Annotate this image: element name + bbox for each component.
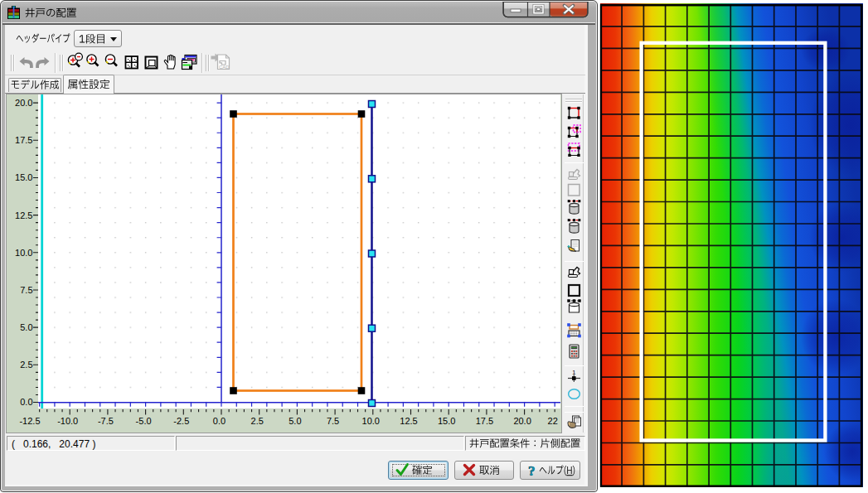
svg-text:7.5: 7.5 <box>327 416 339 426</box>
svg-text:5.0: 5.0 <box>289 416 301 426</box>
svg-text:20.0: 20.0 <box>513 416 531 426</box>
svg-text:-2.5: -2.5 <box>173 416 189 426</box>
svg-text:CAD: CAD <box>219 65 230 70</box>
svg-text:20.0: 20.0 <box>15 98 32 108</box>
svg-text:-12.5: -12.5 <box>19 416 40 426</box>
svg-text:2.5: 2.5 <box>20 360 32 370</box>
svg-text:5.0: 5.0 <box>20 322 32 332</box>
svg-text:-5.0: -5.0 <box>136 416 152 426</box>
svg-text:0.0: 0.0 <box>20 397 32 407</box>
svg-text:7.5: 7.5 <box>20 285 32 295</box>
svg-text:?: ? <box>528 463 536 479</box>
svg-text:15.0: 15.0 <box>438 416 455 426</box>
svg-text:10.0: 10.0 <box>15 248 32 258</box>
svg-text:10.0: 10.0 <box>362 416 380 426</box>
svg-text:-10.0: -10.0 <box>57 416 78 426</box>
svg-text:-7.5: -7.5 <box>98 416 114 426</box>
svg-text:0.0: 0.0 <box>213 416 225 426</box>
svg-text:15.0: 15.0 <box>15 172 32 182</box>
svg-text:17.5: 17.5 <box>15 135 32 145</box>
svg-text:12.5: 12.5 <box>400 416 417 426</box>
svg-text:2.5: 2.5 <box>251 416 264 426</box>
svg-text:17.5: 17.5 <box>476 416 493 426</box>
svg-text:12.5: 12.5 <box>15 210 32 220</box>
svg-text:22: 22 <box>548 416 558 426</box>
